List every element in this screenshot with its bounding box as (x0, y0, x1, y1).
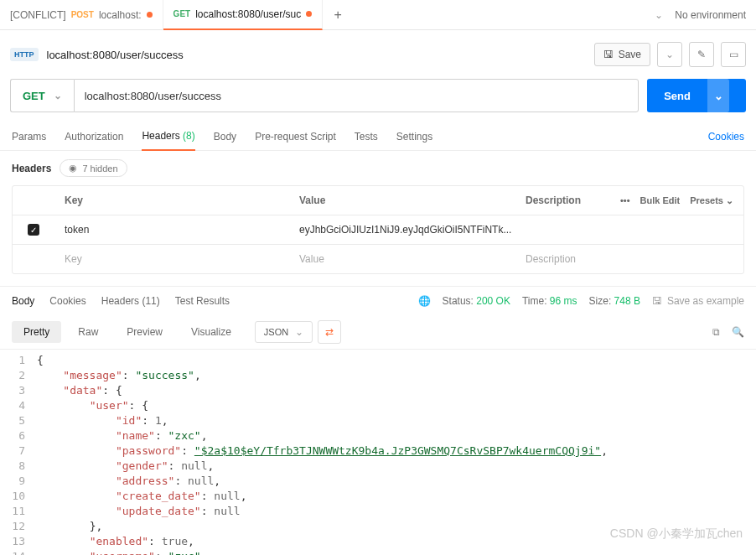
view-pretty[interactable]: Pretty (12, 321, 61, 343)
save-icon: 🖫 (603, 49, 614, 60)
tab-prefix: [CONFLICT] (10, 9, 66, 21)
tab-body[interactable]: Body (214, 122, 236, 151)
globe-icon[interactable]: 🌐 (418, 295, 431, 307)
tab-authorization[interactable]: Authorization (65, 122, 123, 151)
method-selector[interactable]: GET ⌄ (10, 79, 74, 112)
response-body[interactable]: 1{2 "message": "success",3 "data": {4 "u… (0, 350, 756, 555)
table-row[interactable]: ✓ token eyJhbGciOiJIUzI1NiJ9.eyJqdGkiOiI… (13, 215, 743, 244)
view-preview[interactable]: Preview (115, 321, 174, 343)
save-button[interactable]: 🖫 Save (594, 43, 650, 66)
environment-selector[interactable]: No environment (675, 9, 746, 21)
unsaved-dot-icon (147, 12, 153, 18)
tab-bar: [CONFLICT] POST localhost: GET localhost… (0, 0, 756, 30)
title-bar: HTTP localhost:8080/user/success 🖫 Save … (0, 30, 756, 79)
headers-section: Headers ◉ 7 hidden Key Value Description… (0, 151, 756, 274)
url-input[interactable] (74, 79, 639, 112)
tab-label: localhost:8080/user/suc (195, 8, 301, 20)
comment-icon[interactable]: ▭ (721, 42, 746, 67)
view-raw[interactable]: Raw (66, 321, 110, 343)
tab-method: POST (71, 10, 94, 19)
size-label: Size: 748 B (589, 295, 640, 307)
table-row-new[interactable]: Key Value Description (13, 244, 743, 273)
header-key[interactable]: token (54, 215, 289, 244)
tab-headers[interactable]: Headers (8) (142, 122, 194, 151)
chevron-down-icon: ⌄ (54, 90, 62, 101)
request-subtabs: Params Authorization Headers (8) Body Pr… (0, 122, 756, 151)
tab-conflict-post[interactable]: [CONFLICT] POST localhost: (0, 0, 163, 30)
resp-tab-tests[interactable]: Test Results (175, 295, 230, 307)
view-options: Pretty Raw Preview Visualize JSON⌄ ⇄ ⧉ 🔍 (0, 315, 756, 350)
header-value[interactable]: eyJhbGciOiJIUzI1NiJ9.eyJqdGkiOiI5NTFiNTk… (289, 215, 515, 244)
new-tab-button[interactable]: + (323, 8, 353, 23)
save-icon: 🖫 (652, 295, 662, 307)
unsaved-dot-icon (306, 11, 312, 17)
request-title: localhost:8080/user/success (47, 49, 184, 61)
tab-pre-request[interactable]: Pre-request Script (255, 122, 336, 151)
watermark: CSDN @小秦学加瓦chen (610, 526, 743, 542)
presets-dropdown[interactable]: Presets ⌄ (690, 195, 733, 206)
request-row: GET ⌄ Send ⌄ (0, 79, 756, 122)
cookies-link[interactable]: Cookies (708, 131, 744, 143)
headers-title: Headers (12, 163, 51, 174)
wrap-icon[interactable]: ⇄ (318, 320, 341, 344)
tab-method: GET (173, 9, 191, 18)
save-dropdown[interactable]: ⌄ (657, 42, 682, 67)
edit-icon[interactable]: ✎ (689, 42, 714, 67)
response-tabs: Body Cookies Headers (11) Test Results 🌐… (0, 286, 756, 315)
format-selector[interactable]: JSON⌄ (255, 321, 313, 343)
tab-tests[interactable]: Tests (355, 122, 378, 151)
more-icon[interactable]: ••• (620, 195, 630, 206)
bulk-edit-link[interactable]: Bulk Edit (640, 195, 681, 206)
resp-tab-cookies[interactable]: Cookies (49, 295, 85, 307)
tab-get-success[interactable]: GET localhost:8080/user/suc (163, 0, 324, 30)
copy-icon[interactable]: ⧉ (712, 326, 720, 338)
search-icon[interactable]: 🔍 (732, 326, 744, 338)
tab-label: localhost: (99, 9, 142, 21)
http-badge: HTTP (10, 48, 39, 61)
view-visualize[interactable]: Visualize (179, 321, 243, 343)
eye-icon: ◉ (69, 163, 77, 174)
hidden-headers-toggle[interactable]: ◉ 7 hidden (60, 159, 127, 177)
tab-params[interactable]: Params (12, 122, 46, 151)
resp-tab-headers[interactable]: Headers (11) (101, 295, 160, 307)
chevron-down-icon[interactable]: ⌄ (655, 9, 663, 21)
resp-tab-body[interactable]: Body (12, 295, 34, 307)
tab-settings[interactable]: Settings (396, 122, 432, 151)
header-desc[interactable] (515, 215, 743, 244)
headers-table: Key Value Description ••• Bulk Edit Pres… (12, 185, 744, 274)
table-header: Key Value Description ••• Bulk Edit Pres… (13, 186, 743, 215)
send-dropdown[interactable]: ⌄ (707, 79, 729, 112)
send-button[interactable]: Send ⌄ (647, 79, 746, 112)
status-label: Status: 200 OK (443, 295, 510, 307)
time-label: Time: 96 ms (522, 295, 577, 307)
save-as-example[interactable]: 🖫Save as example (652, 295, 744, 307)
checkbox-icon[interactable]: ✓ (28, 224, 39, 236)
